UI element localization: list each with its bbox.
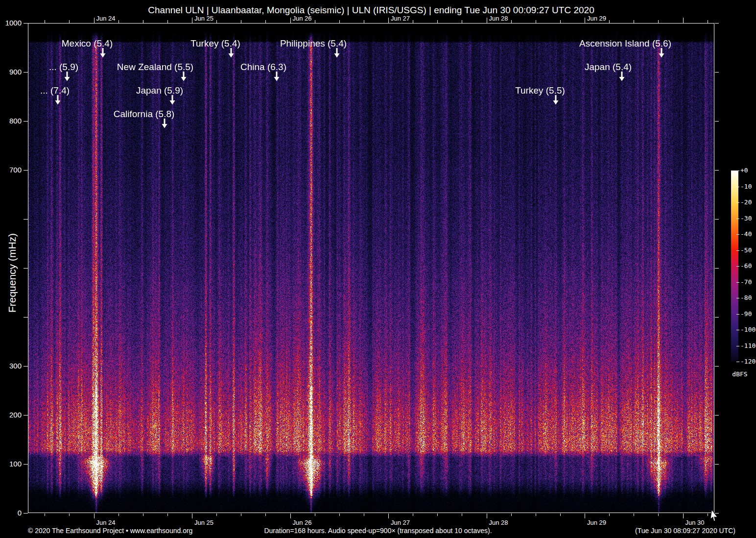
colorbar-tick-label: -100 (740, 326, 756, 333)
y-tick-label: 700 (0, 166, 22, 174)
x-minor-tick-bottom (69, 514, 70, 516)
y-major-tick-left (24, 366, 28, 367)
colorbar-tick (736, 266, 739, 267)
y-major-tick-left (24, 513, 28, 514)
x-minor-tick-top (708, 20, 708, 23)
x-minor-tick-top (167, 20, 168, 23)
x-minor-tick-top (45, 20, 45, 23)
colorbar-tick (736, 314, 739, 315)
y-tick-label: 100 (0, 460, 22, 468)
y-axis-title: Frequency (mHz) (6, 233, 18, 313)
colorbar-tick (736, 362, 739, 362)
footer-copyright: © 2020 The Earthsound Project • www.eart… (28, 527, 192, 535)
down-arrow-icon (659, 48, 664, 58)
x-tick-label-top: Jun 25 (194, 15, 213, 22)
colorbar-tick (736, 250, 739, 251)
colorbar-tick (736, 282, 739, 283)
x-tick-label-bottom: Jun 29 (587, 519, 606, 526)
y-major-tick-right (715, 317, 719, 318)
x-minor-tick-bottom (511, 514, 512, 516)
colorbar-tick-label: +0 (740, 167, 748, 174)
x-minor-tick-top (462, 20, 462, 23)
spectrogram-canvas (28, 23, 714, 513)
x-minor-tick-bottom (265, 514, 266, 516)
down-arrow-icon (169, 95, 175, 105)
x-tick-label-top: Jun 24 (96, 15, 116, 22)
y-tick-label: 0 (0, 509, 22, 517)
down-arrow-icon (181, 72, 187, 81)
y-major-tick-right (715, 415, 719, 416)
x-minor-tick-top (241, 20, 241, 23)
x-minor-tick-top (339, 20, 340, 23)
colorbar-tick (736, 330, 739, 330)
event-annotation-label: China (6.3) (240, 62, 286, 73)
down-arrow-icon (100, 48, 106, 58)
x-minor-tick-top (658, 20, 659, 23)
y-tick-label: 1000 (0, 19, 22, 27)
x-minor-tick-top (265, 20, 266, 23)
x-minor-tick-bottom (634, 514, 634, 516)
x-major-tick-bottom (683, 514, 684, 518)
x-minor-tick-bottom (560, 514, 561, 516)
y-major-tick-left (24, 170, 28, 171)
x-tick-label-bottom: Jun 28 (489, 519, 508, 526)
event-annotation-label: Mexico (5.4) (62, 38, 113, 49)
event-annotation-label: ... (7.4) (40, 85, 70, 96)
colorbar-tick-label: -10 (740, 183, 752, 190)
y-major-tick-right (715, 464, 719, 465)
colorbar-tick-label: -20 (740, 199, 752, 206)
x-minor-tick-top (413, 20, 413, 23)
x-tick-label-bottom: Jun 27 (391, 519, 410, 526)
x-minor-tick-top (634, 20, 634, 23)
x-minor-tick-bottom (536, 514, 536, 516)
colorbar-tick-label: -40 (740, 231, 752, 238)
x-minor-tick-bottom (708, 514, 708, 516)
x-minor-tick-bottom (413, 514, 413, 516)
x-minor-tick-bottom (241, 514, 241, 516)
colorbar-tick (736, 171, 739, 171)
x-minor-tick-top (143, 20, 143, 23)
event-annotation-label: Japan (5.4) (585, 62, 632, 73)
x-minor-tick-bottom (45, 514, 45, 516)
colorbar-tick (736, 346, 739, 346)
page-title: Channel ULN | Ulaanbaatar, Mongolia (sei… (148, 5, 594, 16)
colorbar-tick (736, 234, 739, 235)
x-minor-tick-top (437, 20, 438, 23)
colorbar-tick (736, 187, 739, 187)
x-tick-label-top: Jun 29 (587, 15, 606, 22)
y-tick-label: 200 (0, 411, 22, 419)
x-major-tick-top (94, 18, 94, 23)
x-minor-tick-bottom (609, 514, 610, 516)
x-minor-tick-bottom (118, 514, 119, 516)
x-major-tick-top (388, 18, 389, 23)
y-major-tick-right (715, 268, 719, 269)
colorbar-tick-label: -70 (740, 279, 752, 286)
y-major-tick-right (715, 170, 719, 171)
footer-duration: Duration=168 hours. Audio speed-up=900× … (264, 527, 492, 535)
y-major-tick-left (24, 219, 28, 220)
x-major-tick-bottom (94, 514, 94, 518)
x-minor-tick-bottom (462, 514, 462, 516)
event-annotation-label: Ascension Island (5.6) (579, 38, 671, 49)
event-annotation-label: New Zealand (5.5) (117, 62, 193, 73)
colorbar-tick-label: -120 (740, 358, 756, 365)
y-tick-label: 800 (0, 117, 22, 125)
spectrogram-page: Channel ULN | Ulaanbaatar, Mongolia (sei… (0, 0, 756, 538)
y-major-tick-left (24, 121, 28, 122)
down-arrow-icon (55, 95, 61, 105)
colorbar-tick (736, 202, 739, 203)
y-major-tick-left (24, 464, 28, 465)
event-annotation-label: Philippines (5.4) (280, 38, 347, 49)
x-minor-tick-bottom (143, 514, 143, 516)
x-minor-tick-bottom (437, 514, 438, 516)
x-minor-tick-top (118, 20, 119, 23)
colorbar-tick-label: -80 (740, 294, 752, 301)
colorbar-tick-label: -90 (740, 311, 752, 318)
down-arrow-icon (619, 72, 625, 81)
x-minor-tick-top (364, 20, 364, 23)
down-arrow-icon (162, 119, 167, 128)
down-arrow-icon (274, 72, 280, 81)
y-major-tick-left (24, 268, 28, 269)
y-major-tick-left (24, 23, 28, 24)
x-minor-tick-top (536, 20, 536, 23)
